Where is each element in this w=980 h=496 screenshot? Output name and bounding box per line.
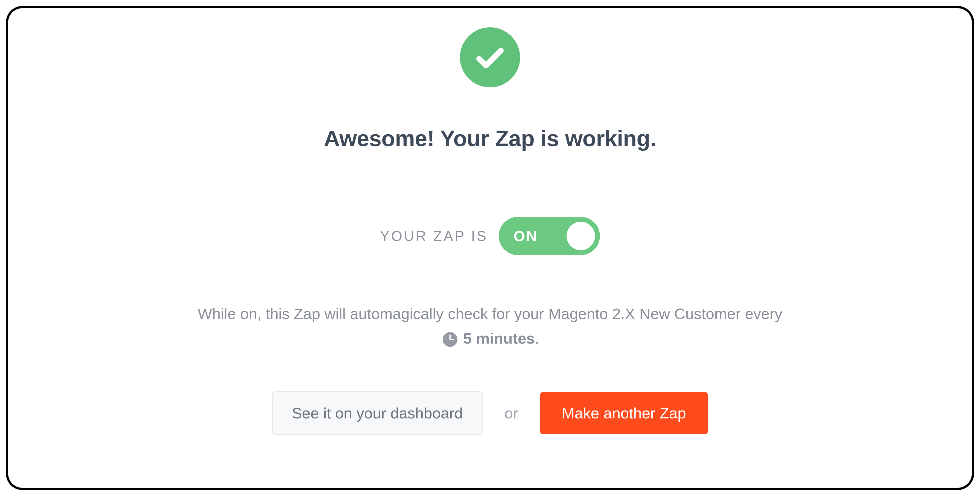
toggle-knob xyxy=(566,222,595,250)
zap-toggle[interactable]: ON xyxy=(499,217,600,255)
description-part1: While on, this Zap will automagically ch… xyxy=(198,305,782,322)
zap-status-row: YOUR ZAP IS ON xyxy=(380,217,600,255)
toggle-on-text: ON xyxy=(514,228,538,244)
make-another-zap-button[interactable]: Make another Zap xyxy=(540,392,708,434)
description-part2: . xyxy=(535,330,539,347)
clock-icon xyxy=(443,332,457,347)
interval-text: 5 minutes xyxy=(463,330,535,347)
or-text: or xyxy=(504,404,518,422)
status-label: YOUR ZAP IS xyxy=(380,228,488,244)
success-card: Awesome! Your Zap is working. YOUR ZAP I… xyxy=(6,6,974,490)
action-button-row: See it on your dashboard or Make another… xyxy=(272,391,708,435)
dashboard-button[interactable]: See it on your dashboard xyxy=(272,391,483,435)
success-headline: Awesome! Your Zap is working. xyxy=(324,126,656,151)
check-circle-icon xyxy=(460,27,520,87)
zap-description: While on, this Zap will automagically ch… xyxy=(189,301,791,350)
